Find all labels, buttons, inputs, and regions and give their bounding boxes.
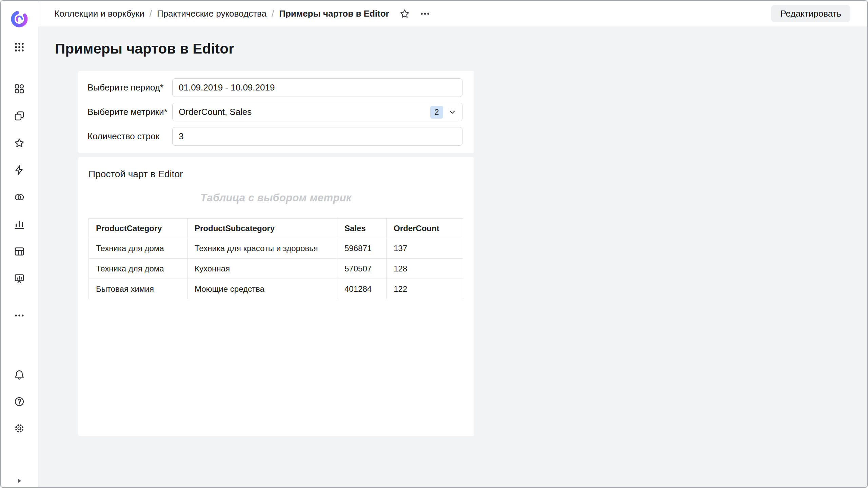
chevron-down-icon — [448, 108, 457, 117]
rows-control-row: Количество строк — [87, 127, 463, 146]
notifications-button[interactable] — [14, 369, 25, 381]
sidebar-nav — [14, 83, 25, 321]
selected-count-badge: 2 — [430, 106, 443, 119]
ellipsis-icon — [14, 310, 25, 321]
play-triangle-icon — [16, 477, 23, 485]
breadcrumb-separator: / — [150, 8, 152, 19]
rows-count-input[interactable] — [172, 127, 462, 146]
star-icon — [14, 137, 25, 149]
result-table: ProductCategory ProductSubcategory Sales… — [88, 218, 463, 299]
column-header: Sales — [337, 219, 387, 238]
chart-widget: Простой чарт в Editor Таблица с выбором … — [78, 157, 474, 436]
bar-chart-icon — [14, 219, 25, 230]
copy-icon — [14, 110, 25, 122]
period-control-row: Выберите период* — [87, 78, 463, 97]
sidebar-bottom — [14, 369, 25, 434]
table-cell: Техника для красоты и здоровья — [188, 238, 337, 259]
metrics-select-value: OrderCount, Sales — [179, 107, 252, 117]
metrics-label: Выберите метрики* — [87, 107, 172, 117]
monitor-icon — [14, 273, 25, 284]
rows-count-label: Количество строк — [87, 131, 172, 142]
top-header: Коллекции и воркбуки / Практические руко… — [38, 1, 867, 26]
sidebar-item-favorites[interactable] — [14, 137, 25, 149]
metrics-select[interactable]: OrderCount, Sales 2 — [172, 103, 462, 121]
sidebar-item-more[interactable] — [14, 310, 25, 321]
sidebar-item-connections[interactable] — [14, 164, 25, 176]
chart-title: Простой чарт в Editor — [88, 169, 463, 180]
table-cell: 128 — [387, 259, 463, 279]
lightning-icon — [14, 164, 25, 176]
column-header: ProductSubcategory — [188, 219, 337, 238]
ellipsis-icon — [419, 8, 431, 19]
apps-grid-icon — [14, 41, 25, 53]
sidebar-item-editor[interactable] — [14, 246, 25, 257]
table-cell: Бытовая химия — [89, 279, 188, 299]
favorite-button[interactable] — [399, 7, 411, 20]
page-content: Примеры чартов в Editor Выберите период*… — [38, 26, 867, 487]
sidebar-item-dashboards[interactable] — [14, 273, 25, 284]
metrics-control-row: Выберите метрики* OrderCount, Sales 2 — [87, 103, 463, 121]
sidebar — [1, 1, 38, 487]
period-input[interactable] — [172, 78, 462, 97]
star-outline-icon — [399, 8, 410, 19]
apps-menu-button[interactable] — [14, 41, 25, 53]
table-row: Техника для дома Кухонная 570507 128 — [89, 259, 463, 279]
app-window: Коллекции и воркбуки / Практические руко… — [0, 0, 868, 488]
table-grid-icon — [14, 246, 25, 257]
sidebar-item-charts[interactable] — [14, 219, 25, 230]
main-area: Коллекции и воркбуки / Практические руко… — [38, 1, 867, 487]
sidebar-item-collections[interactable] — [14, 83, 25, 95]
circles-icon — [14, 191, 25, 203]
datalens-logo[interactable] — [10, 10, 28, 28]
breadcrumb-guides[interactable]: Практические руководства — [157, 8, 267, 19]
table-cell: Техника для дома — [89, 238, 188, 259]
table-cell: 122 — [387, 279, 463, 299]
page-more-button[interactable] — [419, 7, 431, 20]
table-header-row: ProductCategory ProductSubcategory Sales… — [89, 219, 463, 238]
breadcrumb-current: Примеры чартов в Editor — [279, 8, 389, 19]
sidebar-item-workbooks[interactable] — [14, 110, 25, 122]
table-cell: Кухонная — [188, 259, 337, 279]
table-cell: 570507 — [337, 259, 387, 279]
sidebar-expand-button[interactable] — [16, 477, 23, 485]
table-cell: 137 — [387, 238, 463, 259]
breadcrumb-collections[interactable]: Коллекции и воркбуки — [54, 8, 144, 19]
help-button[interactable] — [14, 396, 25, 407]
chart-subtitle: Таблица с выбором метрик — [88, 192, 463, 204]
period-label: Выберите период* — [87, 82, 172, 93]
table-cell: Техника для дома — [89, 259, 188, 279]
settings-button[interactable] — [14, 423, 25, 434]
column-header: ProductCategory — [89, 219, 188, 238]
table-row: Бытовая химия Моющие средства 401284 122 — [89, 279, 463, 299]
sidebar-item-datasets[interactable] — [14, 191, 25, 203]
breadcrumb-separator: / — [272, 8, 274, 19]
selectors-panel: Выберите период* Выберите метрики* Order… — [78, 71, 474, 153]
help-icon — [14, 396, 25, 407]
table-row: Техника для дома Техника для красоты и з… — [89, 238, 463, 259]
tiles-icon — [14, 83, 25, 95]
datalens-logo-icon — [10, 10, 28, 28]
breadcrumb: Коллекции и воркбуки / Практические руко… — [54, 8, 389, 19]
table-cell: 401284 — [337, 279, 387, 299]
bell-icon — [14, 369, 25, 381]
table-cell: Моющие средства — [188, 279, 337, 299]
gear-icon — [14, 423, 25, 434]
table-cell: 596871 — [337, 238, 387, 259]
page-title: Примеры чартов в Editor — [55, 40, 867, 58]
column-header: OrderCount — [387, 219, 463, 238]
edit-button[interactable]: Редактировать — [771, 5, 850, 22]
